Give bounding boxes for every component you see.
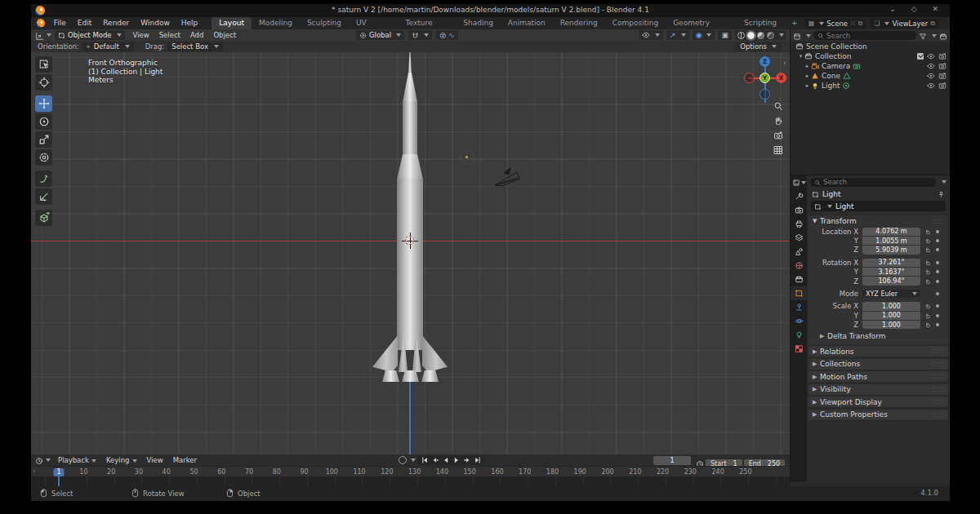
scale-x-value[interactable]: 1.000 [862, 302, 920, 310]
snap-dropdown[interactable] [408, 30, 432, 40]
outliner-row-camera[interactable]: ▸Camera [791, 61, 950, 71]
tool-rotate-button[interactable] [35, 113, 52, 130]
hide-eye-icon[interactable] [927, 72, 935, 81]
panel-collections[interactable]: ▶Collections:::: [808, 359, 948, 370]
tool-annotate-button[interactable] [35, 171, 52, 187]
workspace-tab-scripting[interactable]: Scripting [737, 17, 784, 29]
hide-eye-icon[interactable] [927, 52, 935, 61]
timeline-track[interactable] [31, 476, 790, 486]
window-controls[interactable]: ⌄ ◇ ✕ [889, 5, 945, 13]
panel-relations[interactable]: ▶Relations:::: [808, 346, 948, 357]
current-frame-field[interactable]: 1 [653, 456, 691, 465]
pan-button[interactable] [772, 114, 785, 127]
sidebar-toggle-icon[interactable]: ‹ [783, 59, 786, 67]
copy-icon[interactable]: ⧉ [930, 20, 935, 28]
gizmo-y-axis[interactable]: Y [760, 73, 770, 83]
workspace-tab-rendering[interactable]: Rendering [553, 17, 605, 29]
outliner-row-cone[interactable]: ▸Cone [791, 71, 950, 81]
scale-z-value[interactable]: 1.000 [862, 321, 920, 329]
timeline-menu-marker[interactable]: Marker [168, 454, 202, 466]
workspace-tab-modeling[interactable]: Modeling [252, 17, 300, 29]
zoom-button[interactable] [772, 100, 785, 113]
properties-tab-output[interactable] [791, 217, 807, 231]
hide-eye-icon[interactable] [927, 82, 935, 91]
tool-scale-button[interactable] [35, 131, 52, 148]
properties-tab-world[interactable] [791, 259, 807, 273]
properties-tab-render[interactable] [791, 203, 807, 217]
expander-icon[interactable]: ▾ [797, 53, 804, 60]
play-reverse-button[interactable] [440, 455, 451, 465]
current-frame-indicator[interactable]: 1 [53, 468, 64, 476]
play-button[interactable] [451, 455, 461, 465]
object-name-field[interactable]: Light [811, 201, 946, 211]
disable-render-icon[interactable] [938, 62, 947, 71]
outliner-row-collection[interactable]: ▾Collection [791, 51, 950, 61]
transform-panel-header[interactable]: ▼ Transform :::: [808, 215, 948, 227]
gizmo-neg-z-axis[interactable] [760, 89, 770, 100]
camera-view-button[interactable] [772, 129, 785, 142]
tool-move-button[interactable] [35, 95, 52, 112]
properties-tab-collection[interactable] [791, 273, 807, 286]
menu-window[interactable]: Window [135, 17, 176, 29]
scale-y-value[interactable]: 1.000 [862, 312, 920, 320]
new-collection-icon[interactable] [939, 28, 947, 43]
options-dropdown[interactable]: Options [735, 42, 782, 51]
camera-object[interactable] [492, 165, 522, 188]
shading-rendered-icon[interactable] [767, 32, 774, 39]
key-next-button[interactable] [461, 455, 472, 465]
viewport-menu-select[interactable]: Select [154, 29, 185, 41]
properties-tab-texture[interactable] [791, 342, 807, 356]
ortho-grid-button[interactable] [772, 144, 785, 157]
properties-search[interactable]: Search [810, 178, 936, 187]
timeline-ruler[interactable]: 1 10203040506070809010011012013014015016… [31, 466, 790, 476]
disable-render-icon[interactable] [938, 72, 947, 81]
workspace-tab-compositing[interactable]: Compositing [605, 17, 666, 29]
lock-icon[interactable] [923, 268, 933, 275]
expander-icon[interactable]: ▸ [804, 73, 811, 79]
gizmo-neg-x-axis[interactable] [744, 73, 755, 83]
playhead-line[interactable] [58, 476, 60, 486]
3d-cursor[interactable] [404, 235, 416, 246]
blender-menu-icon[interactable] [36, 19, 45, 28]
properties-tab-constraints[interactable] [791, 300, 807, 314]
workspace-tab-layout[interactable]: Layout [212, 17, 252, 29]
menu-edit[interactable]: Edit [72, 17, 97, 29]
copy-icon[interactable]: ⧉ [858, 20, 863, 28]
lock-icon[interactable] [923, 321, 933, 328]
lock-icon[interactable] [923, 237, 933, 244]
panel-custom-properties[interactable]: ▶Custom Properties:::: [808, 410, 948, 420]
lock-icon[interactable] [923, 312, 933, 319]
workspace-tab-uv-editing[interactable]: UV Editing [349, 17, 399, 29]
expander-icon[interactable]: ▸ [804, 63, 811, 69]
properties-tab-object[interactable] [791, 286, 807, 300]
panel-viewport-display[interactable]: ▶Viewport Display:::: [808, 397, 948, 407]
editor-type-outliner-icon[interactable] [793, 28, 801, 43]
xray-toggle[interactable]: ▣ [718, 30, 732, 40]
gizmo-z-axis[interactable]: Z [760, 56, 770, 67]
menu-render[interactable]: Render [97, 17, 135, 29]
location-z-value[interactable]: 5.9039 m [862, 246, 920, 254]
animate-dot[interactable] [936, 280, 939, 283]
rotation-mode-dropdown[interactable]: XYZ Euler [862, 290, 920, 298]
location-x-value[interactable]: 4.0762 m [862, 228, 920, 236]
timeline-menu-playback[interactable]: Playback [53, 454, 101, 466]
expander-icon[interactable]: ▸ [804, 82, 811, 89]
scene-selector[interactable]: ▦ Scene ⤫ ⧉ [805, 19, 866, 29]
animate-dot[interactable] [936, 230, 939, 233]
lock-icon[interactable] [923, 259, 933, 266]
lock-icon[interactable] [923, 246, 933, 253]
viewport-canvas[interactable]: Front Orthographic (1) Collection | Ligh… [31, 52, 790, 454]
animate-dot[interactable] [936, 323, 939, 326]
pin-icon[interactable]: ⤫ [850, 20, 855, 28]
tool-select-box-button[interactable] [35, 56, 52, 73]
shading-mode-buttons[interactable] [735, 30, 786, 40]
animate-dot[interactable] [936, 270, 939, 273]
menu-file[interactable]: File [48, 17, 72, 29]
overlays-dropdown[interactable]: ◉ [693, 30, 715, 40]
properties-tab-physics[interactable] [791, 314, 807, 328]
workspace-tab-animation[interactable]: Animation [501, 17, 553, 29]
properties-options-icon[interactable] [942, 180, 947, 184]
timeline-menu-keying[interactable]: Keying [101, 454, 142, 466]
shading-wireframe-icon[interactable] [737, 32, 745, 39]
light-object[interactable] [460, 150, 474, 165]
